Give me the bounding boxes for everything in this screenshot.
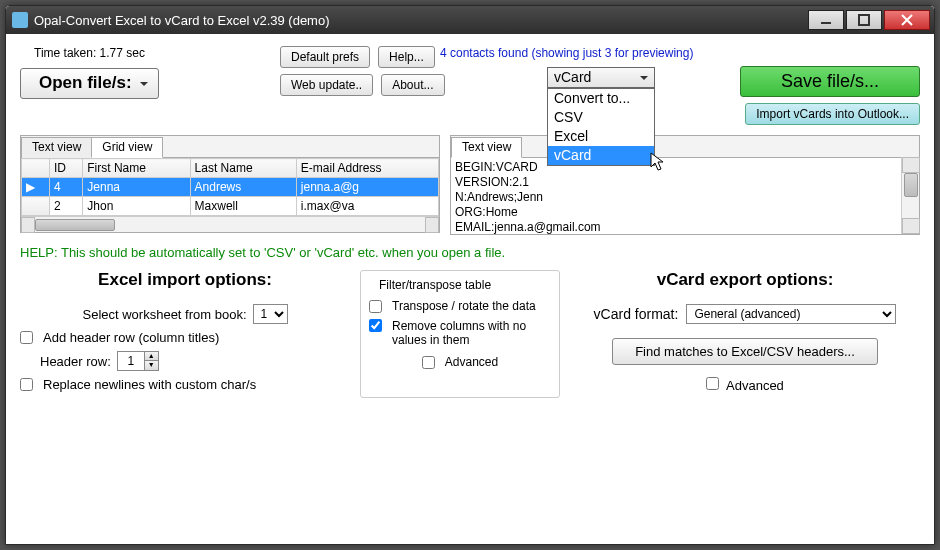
filter-advanced-checkbox[interactable] — [422, 356, 435, 369]
preview-panel: Text view BEGIN:VCARDVERSION:2.1N:Andrew… — [450, 135, 920, 235]
header-row-label: Header row: — [40, 354, 111, 369]
convert-format-dropdown[interactable]: vCard Convert to...CSVExcelvCard — [547, 67, 655, 166]
convert-format-popup[interactable]: Convert to...CSVExcelvCard — [547, 88, 655, 166]
import-outlook-button[interactable]: Import vCards into Outlook... — [745, 103, 920, 125]
replace-newlines-checkbox[interactable] — [20, 378, 33, 391]
close-button[interactable] — [884, 10, 930, 30]
tab-text-view[interactable]: Text view — [21, 137, 92, 158]
tab-preview-text[interactable]: Text view — [451, 137, 522, 158]
help-button[interactable]: Help... — [378, 46, 435, 68]
header-row-spinner[interactable]: ▲▼ — [117, 351, 159, 371]
filter-transpose-group: Filter/transpose table Transpose / rotat… — [360, 270, 560, 398]
vcard-preview-text[interactable]: BEGIN:VCARDVERSION:2.1N:Andrews;JennORG:… — [451, 158, 919, 234]
header-row-input[interactable] — [118, 352, 144, 370]
time-taken-label: Time taken: 1.77 sec — [34, 46, 280, 60]
col-first-name[interactable]: First Name — [83, 159, 190, 178]
col-id[interactable]: ID — [50, 159, 83, 178]
tab-grid-view[interactable]: Grid view — [91, 137, 163, 158]
find-matches-button[interactable]: Find matches to Excel/CSV headers... — [612, 338, 878, 365]
svg-rect-0 — [821, 22, 831, 24]
col-email[interactable]: E-mail Address — [296, 159, 438, 178]
select-worksheet-label: Select worksheet from book: — [82, 307, 246, 322]
minimize-button[interactable] — [808, 10, 844, 30]
add-header-label: Add header row (column titles) — [43, 330, 219, 345]
app-window: Opal-Convert Excel to vCard to Excel v2.… — [5, 5, 935, 545]
add-header-checkbox[interactable] — [20, 331, 33, 344]
excel-import-options: Excel import options: Select worksheet f… — [20, 270, 350, 398]
filter-advanced-label: Advanced — [445, 355, 498, 369]
convert-option[interactable]: CSV — [548, 108, 654, 127]
svg-rect-1 — [859, 15, 869, 25]
maximize-button[interactable] — [846, 10, 882, 30]
convert-option[interactable]: Excel — [548, 127, 654, 146]
save-files-button[interactable]: Save file/s... — [740, 66, 920, 97]
default-prefs-button[interactable]: Default prefs — [280, 46, 370, 68]
web-update-button[interactable]: Web update.. — [280, 74, 373, 96]
source-grid-panel: Text view Grid view ID First Name Last N… — [20, 135, 440, 233]
vcard-export-options: vCard export options: vCard format: Gene… — [570, 270, 920, 398]
col-last-name[interactable]: Last Name — [190, 159, 296, 178]
table-row[interactable]: 2JhonMaxwelli.max@va — [22, 197, 439, 216]
convert-option[interactable]: Convert to... — [548, 89, 654, 108]
replace-newlines-label: Replace newlines with custom char/s — [43, 377, 256, 392]
spin-up[interactable]: ▲ — [144, 352, 158, 361]
vcard-format-select[interactable]: General (advanced) — [686, 304, 896, 324]
grid-h-scrollbar[interactable] — [21, 216, 439, 232]
window-title: Opal-Convert Excel to vCard to Excel v2.… — [34, 13, 330, 28]
convert-format-selected[interactable]: vCard — [547, 67, 655, 88]
vcard-format-label: vCard format: — [594, 306, 679, 322]
remove-empty-label: Remove columns with no values in them — [392, 319, 551, 347]
vcard-advanced-label: Advanced — [726, 378, 784, 393]
app-icon — [12, 12, 28, 28]
table-row[interactable]: ▶4JennaAndrewsjenna.a@g — [22, 178, 439, 197]
spin-down[interactable]: ▼ — [144, 361, 158, 370]
titlebar: Opal-Convert Excel to vCard to Excel v2.… — [6, 6, 934, 34]
convert-option[interactable]: vCard — [548, 146, 654, 165]
vcard-title: vCard export options: — [570, 270, 920, 290]
client-area: Time taken: 1.77 sec Open file/s: Defaul… — [6, 34, 934, 544]
help-hint: HELP: This should be automatically set t… — [20, 245, 920, 260]
remove-empty-checkbox[interactable] — [369, 319, 382, 332]
open-files-button[interactable]: Open file/s: — [20, 68, 159, 99]
contacts-found-label: 4 contacts found (showing just 3 for pre… — [430, 46, 693, 60]
transpose-label: Transpose / rotate the data — [392, 299, 536, 313]
transpose-checkbox[interactable] — [369, 300, 382, 313]
source-grid[interactable]: ID First Name Last Name E-mail Address ▶… — [21, 158, 439, 216]
preview-v-scrollbar[interactable] — [901, 157, 919, 234]
excel-title: Excel import options: — [20, 270, 350, 290]
filter-legend: Filter/transpose table — [375, 278, 495, 292]
vcard-advanced-checkbox[interactable] — [706, 377, 719, 390]
worksheet-select[interactable]: 1 — [253, 304, 288, 324]
